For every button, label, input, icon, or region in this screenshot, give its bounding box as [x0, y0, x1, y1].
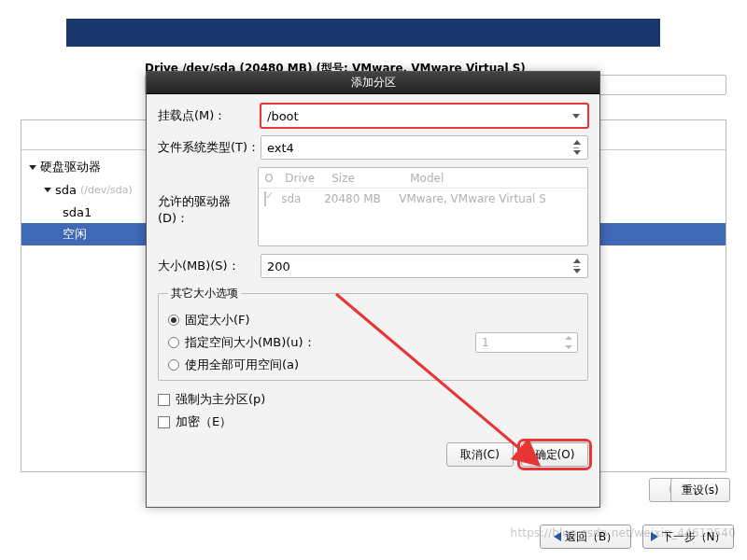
opt-upto-value: 1	[482, 336, 489, 349]
col-model: Model	[410, 172, 578, 185]
chevron-down-icon	[44, 188, 51, 192]
ok-label: 确定(O)	[535, 447, 575, 463]
spinner-arrows-icon	[571, 139, 583, 156]
encrypt-label: 加密（E）	[176, 413, 232, 430]
allowable-drives-label: 允许的驱动器(D)：	[158, 167, 258, 227]
chevron-down-icon	[29, 165, 36, 170]
drives-header-row: O Drive Size Model	[259, 168, 587, 189]
col-drive: Drive	[285, 172, 328, 185]
drives-row-size: 20480 MB	[324, 192, 399, 205]
tree-path: (/dev/sda)	[80, 184, 133, 196]
radio-icon	[168, 337, 179, 348]
spinner-arrows-icon	[564, 335, 573, 350]
opt-upto-label: 指定空间大小(MB)(u)：	[185, 334, 316, 351]
col-size: Size	[331, 172, 406, 185]
checkbox-icon	[158, 416, 170, 428]
tree-label: sda	[55, 183, 77, 197]
fs-type-value: ext4	[267, 141, 294, 155]
checkbox-disabled-icon	[264, 191, 266, 206]
mount-point-label: 挂载点(M)：	[158, 107, 261, 124]
mount-point-combo[interactable]: /boot	[261, 104, 588, 128]
tree-label: 硬盘驱动器	[40, 159, 101, 175]
opt-fixed-row[interactable]: 固定大小(F)	[168, 309, 578, 331]
size-options-legend: 其它大小选项	[168, 286, 241, 301]
drives-row[interactable]: sda 20480 MB VMware, VMware Virtual S	[259, 189, 587, 209]
installer-top-banner	[66, 19, 660, 47]
add-partition-dialog: 添加分区 挂载点(M)： /boot 文件系统类型(T)： ext4 允许的驱动…	[146, 71, 600, 508]
reset-button-bg[interactable]: 重设(s)	[670, 478, 730, 502]
opt-fixed-label: 固定大小(F)	[185, 312, 250, 329]
size-value: 200	[267, 259, 290, 273]
tree-label: sda1	[63, 205, 92, 219]
allowable-drives-list[interactable]: O Drive Size Model sda 20480 MB VMware, …	[258, 167, 588, 246]
spinner-arrows-icon	[571, 258, 583, 274]
drives-row-drive: sda	[281, 192, 324, 205]
ok-button[interactable]: 确定(O)	[521, 442, 588, 467]
fs-type-combo[interactable]: ext4	[261, 135, 588, 160]
fs-type-label: 文件系统类型(T)：	[158, 139, 261, 156]
tree-label: 空闲	[63, 226, 87, 243]
force-primary-row[interactable]: 强制为主分区(p)	[158, 388, 588, 411]
size-label: 大小(MB)(S)：	[158, 258, 261, 274]
opt-upto-row[interactable]: 指定空间大小(MB)(u)： 1	[168, 331, 578, 354]
force-primary-label: 强制为主分区(p)	[176, 391, 265, 408]
size-spinner[interactable]: 200	[261, 254, 588, 278]
size-options-group: 其它大小选项 固定大小(F) 指定空间大小(MB)(u)： 1 使用全部可用空间…	[158, 286, 588, 381]
radio-icon	[168, 359, 179, 371]
cancel-button[interactable]: 取消(C)	[446, 442, 514, 467]
opt-fill-label: 使用全部可用空间(a)	[185, 357, 299, 373]
cancel-label: 取消(C)	[460, 447, 500, 463]
watermark-text: https://blog.csdn.net/weixin_44612540	[511, 526, 736, 539]
checkbox-icon	[158, 394, 170, 406]
mount-point-value: /boot	[267, 109, 299, 123]
encrypt-row[interactable]: 加密（E）	[158, 411, 588, 433]
col-o: O	[264, 172, 281, 185]
dialog-title: 添加分区	[147, 72, 599, 94]
opt-upto-spinner: 1	[475, 332, 578, 353]
opt-fill-row[interactable]: 使用全部可用空间(a)	[168, 354, 578, 376]
radio-icon	[168, 315, 179, 326]
drives-row-model: VMware, VMware Virtual S	[399, 192, 582, 205]
